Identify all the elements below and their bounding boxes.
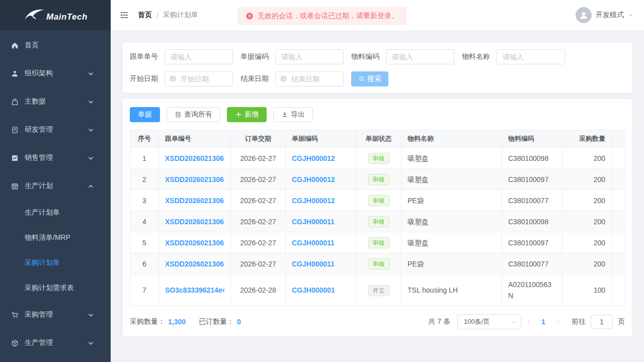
doc_code-cell: CGJH000011 — [286, 211, 356, 232]
doc_code-link[interactable]: CGJH000012 — [292, 195, 350, 206]
column-header: 物料编码 — [502, 130, 562, 148]
extra-cell — [612, 232, 625, 253]
sidebar-subitem[interactable]: 物料清单/MRP — [0, 225, 111, 250]
status-badge: 审核 — [368, 174, 389, 185]
filter-input[interactable] — [386, 49, 454, 64]
track_no-link[interactable]: XSDD2026021306.. — [165, 258, 224, 269]
calendar-icon — [10, 182, 19, 191]
chevron-down-icon — [86, 310, 95, 319]
collapse-menu-icon[interactable] — [119, 10, 130, 21]
导出-button[interactable]: 导出 — [273, 107, 313, 122]
extra-cell — [612, 190, 625, 211]
search-button[interactable]: 搜索 — [351, 71, 388, 86]
column-header: 物料名称 — [401, 130, 502, 148]
toolbar: 单据查询所有新增导出 — [130, 107, 625, 122]
sidebar-subitem[interactable]: 采购计划需求表 — [0, 276, 111, 301]
next-page-icon[interactable] — [550, 314, 566, 329]
sidebar-item[interactable]: 生产管理 — [0, 329, 111, 357]
sidebar-item-label: 销售管理 — [25, 153, 53, 162]
box-icon — [10, 338, 19, 347]
doc_code-link[interactable]: CGJH000012 — [292, 153, 350, 164]
material_code-cell: C380100098 — [502, 148, 562, 169]
filter-row-2: 开始日期结束日期搜索 — [130, 71, 625, 86]
doc_code-cell: CGJH000011 — [286, 253, 356, 275]
goto-page-input[interactable] — [591, 315, 613, 329]
track_no-cell: XSDD2026021306.. — [159, 148, 231, 169]
goto-label: 前往 — [572, 317, 586, 326]
sidebar-item[interactable]: 首页 — [0, 31, 111, 59]
track_no-link[interactable]: XSDD2026021306.. — [165, 174, 224, 185]
filter-input[interactable] — [165, 49, 233, 64]
purchase-qty-label: 采购数量： — [130, 317, 165, 326]
doc_code-link[interactable]: CGJH000011 — [292, 237, 350, 248]
table-header-row: 序号跟单编号订单交期单据编码单据状态物料名称物料编码采购数量 — [130, 130, 625, 148]
sidebar-subitem-label: 采购计划需求表 — [25, 284, 74, 293]
index-cell: 4 — [130, 211, 159, 232]
doc_code-cell: CGJH000001 — [286, 275, 356, 306]
status-badge: 审核 — [368, 216, 389, 227]
table-row: 7SO3c833396214e402026-02-28CGJH000001开立T… — [130, 275, 625, 306]
track_no-link[interactable]: XSDD2026021306.. — [165, 153, 224, 164]
sidebar-item[interactable]: 生产计划 — [0, 172, 111, 200]
page-size-select[interactable]: 100条/页 — [457, 314, 521, 329]
filter-input[interactable] — [165, 71, 233, 86]
sidebar-item[interactable]: 销售管理 — [0, 144, 111, 172]
filter-input[interactable] — [497, 49, 565, 64]
doc_code-link[interactable]: CGJH000012 — [292, 174, 350, 185]
track_no-cell: XSDD2026021306.. — [159, 232, 231, 253]
index-cell: 1 — [130, 148, 159, 169]
单据-button[interactable]: 单据 — [130, 107, 160, 122]
search-icon — [358, 75, 365, 82]
chevron-down-icon — [628, 12, 634, 18]
due_date-cell: 2026-02-27 — [231, 253, 286, 275]
table-row: 3XSDD2026021306..2026-02-27CGJH000012审核P… — [130, 190, 625, 211]
chevron-down-icon — [86, 338, 95, 347]
doc_code-link[interactable]: CGJH000001 — [292, 285, 350, 296]
qty-cell: 200 — [562, 253, 612, 275]
doc_code-cell: CGJH000012 — [286, 190, 356, 211]
doc_code-link[interactable]: CGJH000011 — [292, 258, 350, 269]
org-icon — [10, 69, 19, 78]
track_no-link[interactable]: XSDD2026021306.. — [165, 237, 224, 248]
sidebar-item-label: 采购管理 — [25, 310, 53, 319]
sidebar-item[interactable]: 组织架构 — [0, 59, 111, 87]
sidebar-item-label: 首页 — [25, 41, 39, 50]
sidebar-item[interactable]: 采购管理 — [0, 301, 111, 329]
user-name: 开发模式 — [596, 11, 624, 20]
pagination: 共 7 条 100条/页 1 前往 页 — [428, 314, 625, 329]
track_no-link[interactable]: XSDD2026021306.. — [165, 216, 224, 227]
chevron-down-icon — [86, 125, 95, 134]
brand-logo: MainTech — [0, 0, 111, 30]
cart-icon — [10, 310, 19, 319]
chart-icon — [10, 153, 19, 162]
qty-cell: 200 — [562, 232, 612, 253]
session-error-alert: 无效的会话，或者会话已过期，请重新登录。 — [237, 7, 407, 25]
sidebar-item[interactable]: 研发管理 — [0, 116, 111, 144]
button-label: 查询所有 — [184, 110, 212, 119]
due_date-cell: 2026-02-27 — [231, 211, 286, 232]
current-page[interactable]: 1 — [536, 318, 550, 326]
sidebar-subitem[interactable]: 采购计划单 — [0, 250, 111, 276]
due_date-cell: 2026-02-27 — [231, 232, 286, 253]
main-content: 跟单单号单据编码物料编码物料名称 开始日期结束日期搜索 单据查询所有新增导出 序… — [111, 30, 644, 362]
track_no-link[interactable]: XSDD2026021306.. — [165, 195, 224, 206]
doc_code-link[interactable]: CGJH000011 — [292, 216, 350, 227]
filter-input[interactable] — [275, 71, 344, 86]
extra-cell — [612, 169, 625, 190]
filter-input[interactable] — [275, 49, 344, 64]
prev-page-icon[interactable] — [521, 314, 536, 329]
filter-label: 跟单单号 — [130, 52, 158, 61]
user-menu[interactable]: 开发模式 — [576, 7, 634, 23]
search-button-label: 搜索 — [367, 74, 381, 83]
track_no-link[interactable]: SO3c833396214e40 — [165, 285, 224, 296]
material_name-cell: PE袋 — [401, 190, 502, 211]
查询所有-button[interactable]: 查询所有 — [167, 107, 220, 122]
material_name-cell: TSL housing LH — [401, 275, 502, 306]
table-body: 1XSDD2026021306..2026-02-27CGJH000012审核吸… — [130, 148, 625, 306]
purchase-plan-table: 序号跟单编号订单交期单据编码单据状态物料名称物料编码采购数量 1XSDD2026… — [130, 130, 625, 306]
sidebar-subitem[interactable]: 生产计划单 — [0, 200, 111, 225]
新增-button[interactable]: 新增 — [227, 107, 267, 122]
sidebar-item[interactable]: 主数据 — [0, 87, 111, 116]
breadcrumb-home[interactable]: 首页 — [138, 11, 152, 20]
material_code-cell: C380100077 — [502, 190, 562, 211]
